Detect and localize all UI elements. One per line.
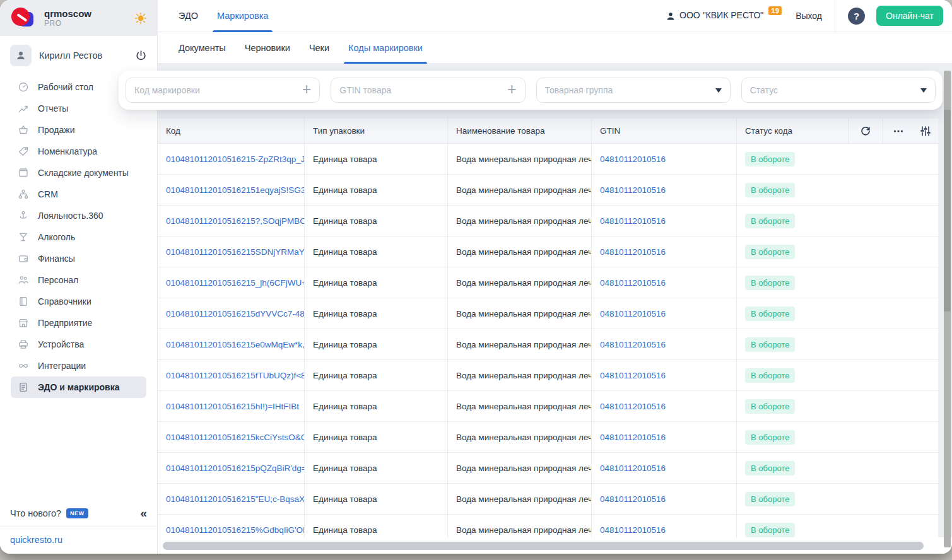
gtin-cell[interactable]: 04810112010516 [592,453,737,483]
gtin-cell[interactable]: 04810112010516 [592,484,737,514]
collapse-sidebar-icon[interactable]: « [140,507,147,519]
status-cell: В обороте [737,329,938,359]
code-cell[interactable]: 0104810112010516215dYVVCc7-48... [158,298,305,329]
status-cell: В обороте [737,453,938,483]
gtin-cell[interactable]: 04810112010516 [592,144,737,174]
subtab-чеки[interactable]: Чеки [309,32,329,63]
code-cell[interactable]: 0104810112010516215fTUbUQz)f<8u [158,360,305,390]
code-cell[interactable]: 01048101120105162151eqyajS!SG3K [158,175,305,205]
product-cell: Вода минеральная природная леч... [448,484,592,514]
sidebar-item-alcohol[interactable]: Алкоголь [0,226,157,248]
crm-icon [18,189,29,200]
sidebar-item-edo[interactable]: ЭДО и маркировка [11,376,146,398]
code-cell[interactable]: 0104810112010516215pQZqBiR'dg=8 [158,453,305,483]
sidebar-item-integrations[interactable]: Интеграции [0,355,157,376]
sidebar-item-label: Рабочий стол [38,82,93,92]
gtin-cell[interactable]: 04810112010516 [592,236,737,267]
code-cell[interactable]: 0104810112010516215e0wMqEw*k,'s [158,329,305,359]
sidebar-item-enterprise[interactable]: Предприятие [0,312,157,334]
subtab-коды-маркировки[interactable]: Коды маркировки [348,32,423,63]
product-group-placeholder: Товарная группа [545,85,613,95]
whats-new-row[interactable]: Что нового? NEW « [0,499,157,527]
help-button[interactable]: ? [848,8,865,25]
sidebar-item-nomenclature[interactable]: Номенклатура [0,141,157,162]
logout-power-icon[interactable] [135,50,147,62]
warehouse-icon [18,167,29,178]
sidebar-item-crm[interactable]: CRM [0,184,157,205]
status-cell: В обороте [737,175,938,205]
product-cell: Вода минеральная природная леч... [448,298,592,329]
marking-code-filter-input[interactable]: Код маркировки + [126,78,320,103]
horizontal-scrollbar[interactable] [158,537,952,554]
gtin-cell[interactable]: 04810112010516 [592,298,737,329]
table-row: 0104810112010516215"EU;c-BqsaXwЕдиница т… [158,484,938,515]
status-cell: В обороте [737,236,938,267]
more-actions-button[interactable] [883,119,913,143]
gtin-cell[interactable]: 04810112010516 [592,329,737,359]
gtin-placeholder: GTIN товара [339,85,391,95]
vertical-scrollbar-thumb[interactable] [944,110,951,312]
packaging-cell: Единица товара [305,267,448,298]
references-icon [18,296,29,307]
gtin-cell[interactable]: 04810112010516 [592,206,737,236]
dashboard-icon [18,81,29,93]
nomenclature-icon [18,146,29,157]
sidebar-item-references[interactable]: Справочники [0,291,157,312]
status-badge: В обороте [745,152,795,166]
tab-маркировка[interactable]: Маркировка [217,0,268,32]
sidebar-item-staff[interactable]: Персонал [0,269,157,291]
horizontal-scrollbar-thumb[interactable] [163,542,924,550]
table-row: 0104810112010516215-ZpZRt3qp_JKЕдиница т… [158,144,938,175]
subtab-документы[interactable]: Документы [179,32,226,63]
sidebar-item-devices[interactable]: Устройства [0,334,157,355]
staff-icon [18,274,29,286]
add-marking-code-icon[interactable]: + [302,81,312,99]
sidebar-item-warehouse[interactable]: Складские документы [0,162,157,184]
subtab-черновики[interactable]: Черновики [245,32,290,63]
code-cell[interactable]: 0104810112010516215SDNjYRMaY... [158,236,305,267]
logout-button[interactable]: Выход [796,11,822,21]
sidebar-item-loyalty[interactable]: Лояльность.360 [0,205,157,226]
status-badge: В обороте [745,523,795,537]
code-cell[interactable]: 0104810112010516215_jh(6CFjWU+x [158,267,305,298]
product-group-select[interactable]: Товарная группа [536,78,731,103]
quickresto-link[interactable]: quickresto.ru [10,535,62,545]
status-select[interactable]: Статус [741,78,936,103]
column-header-3: Наименование товара [448,119,592,143]
gtin-cell[interactable]: 04810112010516 [592,391,737,421]
sidebar-item-label: Устройства [38,339,84,349]
code-cell[interactable]: 0104810112010516215kcCiYstsO&Gk [158,422,305,452]
product-cell: Вода минеральная природная леч... [448,144,592,174]
theme-sun-icon[interactable] [134,12,147,25]
whats-new-label: Что нового? [10,508,61,518]
gtin-cell[interactable]: 04810112010516 [592,267,737,298]
refresh-button[interactable] [849,119,883,143]
sidebar-item-label: Алкоголь [38,232,75,242]
packaging-cell: Единица товара [305,298,448,329]
sidebar-item-sales[interactable]: Продажи [0,119,157,141]
qrmoscow-logo [10,6,37,30]
marking-codes-table: КодТип упаковкиНаименование товараGTINСт… [158,119,938,537]
online-chat-button[interactable]: Онлайн-чат [876,6,943,26]
code-cell[interactable]: 0104810112010516215%GdbqIiG'OPr [158,515,305,537]
tab-эдо[interactable]: ЭДО [179,0,198,32]
filter-bar: Код маркировки + GTIN товара + Товарная … [119,71,943,110]
status-placeholder: Статус [750,85,778,95]
user-row[interactable]: Кирилл Рестов [0,41,157,70]
sidebar-item-finance[interactable]: Финансы [0,248,157,269]
add-gtin-icon[interactable]: + [507,81,517,99]
new-badge: NEW [66,508,88,518]
vertical-scrollbar[interactable] [944,71,951,547]
gtin-cell[interactable]: 04810112010516 [592,422,737,452]
gtin-cell[interactable]: 04810112010516 [592,360,737,390]
gtin-cell[interactable]: 04810112010516 [592,175,737,205]
gtin-filter-input[interactable]: GTIN товара + [331,78,525,103]
code-cell[interactable]: 0104810112010516215hI!)=IHtFIBt [158,391,305,421]
table-row: 0104810112010516215dYVVCc7-48...Единица … [158,298,938,329]
code-cell[interactable]: 0104810112010516215"EU;c-BqsaXw [158,484,305,514]
organization-selector[interactable]: ООО "КВИК РЕСТО" 19 [666,10,782,21]
table-settings-button[interactable] [913,119,938,143]
code-cell[interactable]: 0104810112010516215?,SOqjPMBC... [158,206,305,236]
gtin-cell[interactable]: 04810112010516 [592,515,737,537]
code-cell[interactable]: 0104810112010516215-ZpZRt3qp_JK [158,144,305,174]
